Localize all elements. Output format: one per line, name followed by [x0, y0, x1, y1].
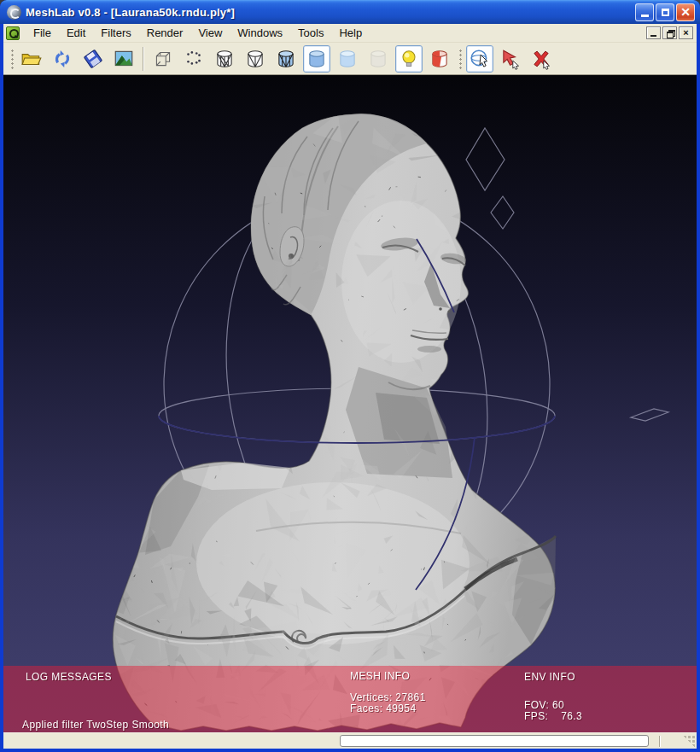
- menu-file[interactable]: File: [26, 25, 59, 41]
- snapshot-button[interactable]: [110, 45, 137, 73]
- toolbar-grip[interactable]: [9, 48, 14, 70]
- status-bar: [3, 732, 697, 749]
- app-icon: [7, 5, 21, 20]
- red-x-cursor-icon: [530, 48, 552, 70]
- maximize-icon: [662, 9, 669, 16]
- flat-lines-cylinder-icon: [275, 48, 297, 70]
- env-info-fov: FOV: 60: [524, 699, 564, 711]
- menu-tools[interactable]: Tools: [290, 25, 331, 41]
- bounding-box-icon: [152, 48, 174, 70]
- mdi-restore-button[interactable]: [662, 26, 677, 39]
- texture-cylinder-icon: [367, 48, 389, 70]
- smooth-cylinder-icon: [336, 48, 359, 70]
- render-texture-button[interactable]: [365, 45, 392, 73]
- log-messages-header: LOG MESSAGES: [26, 671, 112, 683]
- menu-help[interactable]: Help: [331, 25, 370, 41]
- window-title: MeshLab v0.8 - [Laurana50k.rndu.ply*]: [26, 6, 235, 19]
- flat-cylinder-icon: [306, 48, 328, 70]
- document-icon[interactable]: [6, 26, 20, 40]
- mdi-close-button[interactable]: ×: [679, 26, 693, 39]
- mdi-restore-icon: [667, 30, 674, 36]
- trackball-cursor-icon: [469, 48, 491, 70]
- meshlab-window: MeshLab v0.8 - [Laurana50k.rndu.ply*] ✕ …: [0, 0, 700, 752]
- save-floppy-icon: [82, 48, 104, 70]
- render-wireframe-button[interactable]: [211, 45, 238, 73]
- mdi-minimize-button[interactable]: [646, 26, 661, 39]
- menu-render[interactable]: Render: [139, 25, 191, 41]
- close-icon: ✕: [680, 6, 691, 18]
- select-faces-button[interactable]: [497, 45, 524, 73]
- toolbar-separator: [143, 47, 144, 71]
- wireframe-cylinder-icon: [213, 48, 236, 70]
- maximize-button[interactable]: [656, 3, 674, 21]
- mesh-info-vertices: Vertices: 27861: [350, 691, 426, 703]
- menu-bar: File Edit Filters Render View Windows To…: [3, 24, 697, 43]
- env-info-fps: FPS: 76.3: [524, 710, 582, 722]
- toggle-light-button[interactable]: [395, 45, 423, 73]
- open-file-button[interactable]: [18, 45, 45, 73]
- mdi-minimize-icon: [650, 35, 656, 37]
- clear-selection-button[interactable]: [528, 45, 555, 73]
- points-icon: [183, 48, 205, 70]
- progress-bar: [340, 735, 649, 747]
- trackball-manipulator-button[interactable]: [466, 45, 493, 73]
- backface-cylinder-icon: [429, 48, 451, 70]
- title-bar[interactable]: MeshLab v0.8 - [Laurana50k.rndu.ply*] ✕: [0, 0, 700, 24]
- render-hidden-lines-button[interactable]: [242, 45, 269, 73]
- render-bbox-button[interactable]: [149, 45, 177, 73]
- menu-filters[interactable]: Filters: [93, 25, 138, 41]
- menu-view[interactable]: View: [190, 25, 230, 41]
- save-button[interactable]: [79, 45, 107, 73]
- 3d-viewport[interactable]: LOG MESSAGES MESH INFO Vertices: 27861 F…: [3, 75, 697, 732]
- toolbar-grip[interactable]: [458, 48, 462, 70]
- render-smooth-button[interactable]: [334, 45, 361, 73]
- env-info-header: ENV INFO: [524, 671, 575, 683]
- mesh-scene: [3, 75, 697, 732]
- resize-grip[interactable]: [683, 735, 695, 747]
- mdi-close-icon: ×: [683, 28, 688, 38]
- minimize-icon: [641, 15, 649, 17]
- hidden-lines-cylinder-icon: [244, 48, 266, 70]
- render-flat-lines-button[interactable]: [272, 45, 300, 73]
- light-bulb-icon: [398, 48, 420, 70]
- open-folder-icon: [20, 48, 43, 70]
- backface-culling-button[interactable]: [426, 45, 453, 73]
- minimize-button[interactable]: [635, 3, 654, 21]
- toolbar: [3, 43, 697, 75]
- reload-button[interactable]: [49, 45, 76, 73]
- log-message-text: Applied filter TwoStep Smooth: [22, 719, 169, 731]
- statusbar-separator: [659, 736, 661, 747]
- render-flat-button[interactable]: [303, 45, 330, 73]
- render-points-button[interactable]: [180, 45, 207, 73]
- snapshot-icon: [113, 48, 135, 70]
- reload-icon: [51, 48, 73, 70]
- mesh-info-header: MESH INFO: [350, 670, 410, 682]
- red-arrow-cursor-icon: [499, 48, 522, 70]
- menu-edit[interactable]: Edit: [59, 25, 93, 41]
- close-button[interactable]: ✕: [676, 3, 695, 21]
- mesh-info-faces: Faces: 49954: [350, 702, 417, 714]
- menu-windows[interactable]: Windows: [230, 25, 290, 41]
